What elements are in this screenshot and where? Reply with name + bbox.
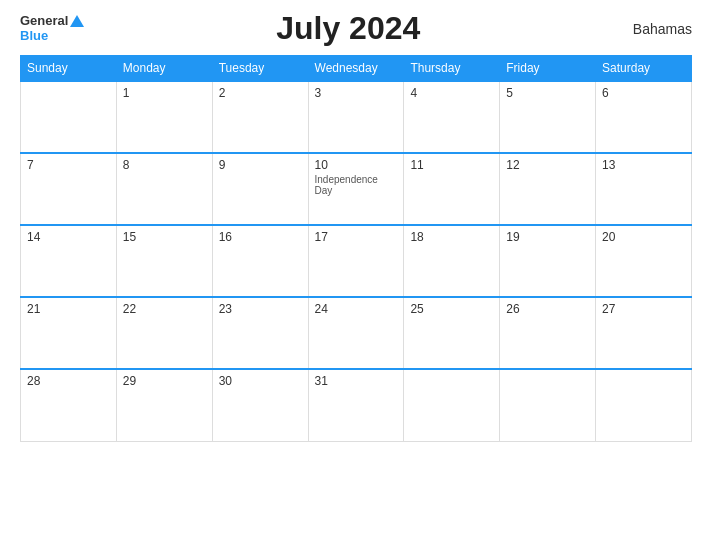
day-number: 29 [123, 374, 136, 388]
calendar-day-cell: 19 [500, 225, 596, 297]
calendar-day-cell [596, 369, 692, 441]
calendar-day-cell: 29 [116, 369, 212, 441]
calendar-day-cell: 22 [116, 297, 212, 369]
day-number: 17 [315, 230, 328, 244]
day-number: 13 [602, 158, 615, 172]
calendar-week-row: 21222324252627 [21, 297, 692, 369]
weekday-sunday: Sunday [21, 56, 117, 82]
country-label: Bahamas [612, 21, 692, 37]
calendar-day-cell: 15 [116, 225, 212, 297]
calendar-day-cell: 21 [21, 297, 117, 369]
holiday-label: Independence Day [315, 174, 398, 196]
day-number: 6 [602, 86, 609, 100]
day-number: 3 [315, 86, 322, 100]
calendar-day-cell: 11 [404, 153, 500, 225]
calendar-day-cell: 18 [404, 225, 500, 297]
day-number: 26 [506, 302, 519, 316]
calendar-day-cell: 20 [596, 225, 692, 297]
day-number: 12 [506, 158, 519, 172]
logo-blue-text: Blue [20, 28, 48, 43]
day-number: 9 [219, 158, 226, 172]
calendar-day-cell: 13 [596, 153, 692, 225]
calendar-week-row: 78910Independence Day111213 [21, 153, 692, 225]
day-number: 23 [219, 302, 232, 316]
month-title: July 2024 [84, 10, 612, 47]
calendar-day-cell: 27 [596, 297, 692, 369]
day-number: 30 [219, 374, 232, 388]
day-number: 7 [27, 158, 34, 172]
day-number: 11 [410, 158, 423, 172]
calendar-day-cell: 10Independence Day [308, 153, 404, 225]
day-number: 20 [602, 230, 615, 244]
day-number: 28 [27, 374, 40, 388]
weekday-friday: Friday [500, 56, 596, 82]
logo-triangle-icon [70, 15, 84, 27]
calendar-day-cell: 1 [116, 81, 212, 153]
day-number: 16 [219, 230, 232, 244]
calendar-day-cell: 17 [308, 225, 404, 297]
day-number: 21 [27, 302, 40, 316]
calendar-day-cell: 4 [404, 81, 500, 153]
calendar-day-cell [404, 369, 500, 441]
calendar-day-cell: 6 [596, 81, 692, 153]
day-number: 18 [410, 230, 423, 244]
calendar-day-cell: 24 [308, 297, 404, 369]
calendar-week-row: 123456 [21, 81, 692, 153]
weekday-wednesday: Wednesday [308, 56, 404, 82]
day-number: 15 [123, 230, 136, 244]
calendar-week-row: 28293031 [21, 369, 692, 441]
calendar-day-cell: 2 [212, 81, 308, 153]
logo-general-text: General [20, 14, 68, 27]
calendar-day-cell [21, 81, 117, 153]
calendar-day-cell: 28 [21, 369, 117, 441]
weekday-tuesday: Tuesday [212, 56, 308, 82]
calendar-week-row: 14151617181920 [21, 225, 692, 297]
calendar-day-cell: 5 [500, 81, 596, 153]
calendar-day-cell [500, 369, 596, 441]
day-number: 19 [506, 230, 519, 244]
calendar-day-cell: 12 [500, 153, 596, 225]
day-number: 24 [315, 302, 328, 316]
calendar-day-cell: 9 [212, 153, 308, 225]
weekday-monday: Monday [116, 56, 212, 82]
calendar-header: General Blue July 2024 Bahamas [20, 10, 692, 47]
calendar-day-cell: 3 [308, 81, 404, 153]
calendar-table: Sunday Monday Tuesday Wednesday Thursday… [20, 55, 692, 442]
day-number: 27 [602, 302, 615, 316]
logo: General Blue [20, 14, 84, 43]
calendar-day-cell: 25 [404, 297, 500, 369]
weekday-thursday: Thursday [404, 56, 500, 82]
day-number: 4 [410, 86, 417, 100]
calendar-day-cell: 23 [212, 297, 308, 369]
calendar-day-cell: 30 [212, 369, 308, 441]
day-number: 10 [315, 158, 328, 172]
day-number: 25 [410, 302, 423, 316]
calendar-day-cell: 14 [21, 225, 117, 297]
calendar-day-cell: 26 [500, 297, 596, 369]
calendar-wrapper: General Blue July 2024 Bahamas Sunday Mo… [0, 0, 712, 550]
day-number: 5 [506, 86, 513, 100]
calendar-body: 12345678910Independence Day1112131415161… [21, 81, 692, 441]
calendar-day-cell: 8 [116, 153, 212, 225]
calendar-day-cell: 16 [212, 225, 308, 297]
weekday-saturday: Saturday [596, 56, 692, 82]
calendar-header-row: Sunday Monday Tuesday Wednesday Thursday… [21, 56, 692, 82]
day-number: 2 [219, 86, 226, 100]
day-number: 1 [123, 86, 130, 100]
calendar-day-cell: 31 [308, 369, 404, 441]
day-number: 22 [123, 302, 136, 316]
calendar-day-cell: 7 [21, 153, 117, 225]
day-number: 31 [315, 374, 328, 388]
day-number: 14 [27, 230, 40, 244]
day-number: 8 [123, 158, 130, 172]
